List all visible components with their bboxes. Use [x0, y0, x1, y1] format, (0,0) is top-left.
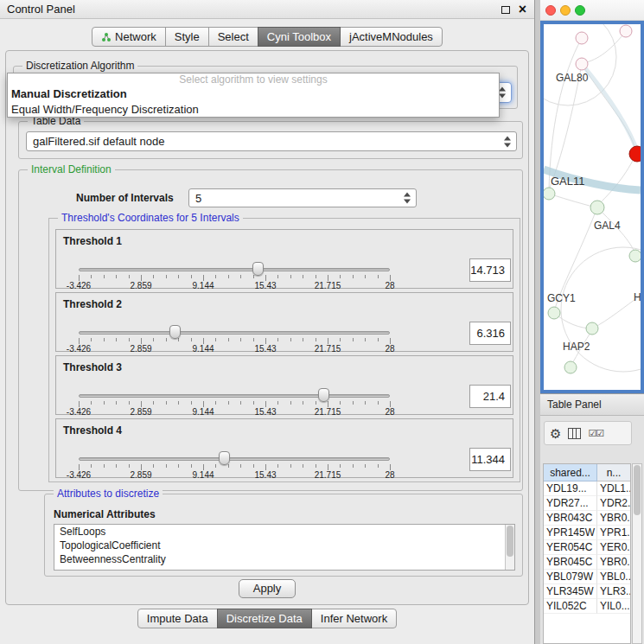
network-node[interactable]: [576, 32, 588, 44]
slider-thumb[interactable]: [219, 451, 230, 465]
column-header-name[interactable]: n...: [597, 464, 630, 481]
interval-definition-group: Interval Definition Number of Intervals …: [18, 169, 523, 491]
table-row[interactable]: YBL079W YBL0...: [544, 570, 630, 584]
tab-discretize-data[interactable]: Discretize Data: [217, 609, 312, 628]
tab-impute-data[interactable]: Impute Data: [137, 609, 218, 628]
dropdown-item-equal-width-frequency[interactable]: Equal Width/Frequency Discretization: [8, 101, 499, 117]
threshold-value-field[interactable]: 21.4: [469, 385, 511, 408]
network-node-selected-red[interactable]: [629, 146, 641, 162]
tab-label: Cyni Toolbox: [267, 30, 331, 43]
attributes-group: Attributes to discretize Numerical Attri…: [44, 494, 523, 577]
threshold-slider[interactable]: -3.426 2.859 9.144 15.43 21.715 28: [79, 419, 390, 479]
threshold-slider[interactable]: -3.426 2.859 9.144 15.43 21.715 28: [79, 356, 390, 416]
node-label: GAL11: [551, 175, 585, 188]
group-title: Threshold's Coordinates for 5 Intervals: [58, 212, 243, 224]
combo-stepper-icon[interactable]: [504, 136, 511, 147]
slider-scale: -3.426 2.859 9.144 15.43 21.715 28: [79, 470, 390, 480]
group-title: Interval Definition: [28, 163, 115, 175]
slider-track[interactable]: [79, 394, 390, 398]
scrollbar-thumb[interactable]: [634, 465, 641, 515]
tab-label: Impute Data: [147, 612, 208, 625]
combo-stepper-icon[interactable]: [499, 87, 506, 99]
tab-select[interactable]: Select: [208, 27, 258, 47]
select-columns-icon[interactable]: ☑☑: [588, 428, 603, 439]
table-panel-titlebar: Table Panel: [540, 394, 644, 416]
traffic-minimize-button[interactable]: [560, 5, 571, 16]
network-node[interactable]: [586, 322, 598, 335]
network-icon: [101, 32, 112, 42]
slider-track[interactable]: [79, 268, 390, 271]
node-label: HAP2: [563, 341, 590, 353]
network-node[interactable]: [544, 188, 555, 200]
threshold-value-field[interactable]: 6.316: [469, 322, 511, 345]
network-canvas[interactable]: GAL80 GAL11 GAL4 GCY1 HAP2 H: [544, 24, 641, 390]
slider-scale: -3.426 2.859 9.144 15.43 21.715 28: [79, 281, 390, 290]
attributes-list[interactable]: SelfLoops TopologicalCoefficient Between…: [54, 524, 515, 571]
threshold-value-field[interactable]: 14.713: [469, 258, 511, 282]
dropdown-item-manual-discretization[interactable]: Manual Discretization: [8, 86, 499, 101]
traffic-close-button[interactable]: [545, 5, 556, 16]
tab-jactivemodules[interactable]: jActiveMNodules: [340, 27, 443, 47]
slider-track[interactable]: [79, 457, 390, 461]
tab-cyni-toolbox[interactable]: Cyni Toolbox: [258, 27, 341, 47]
list-item[interactable]: TopologicalCoefficient: [54, 539, 514, 552]
network-node[interactable]: [629, 250, 641, 262]
threshold-slider[interactable]: -3.426 2.859 9.144 15.43 21.715 28: [79, 230, 390, 290]
network-node[interactable]: [548, 307, 560, 319]
slider-scale: -3.426 2.859 9.144 15.43 21.715 28: [79, 344, 390, 354]
table-row[interactable]: YDL19... YDL1...: [544, 481, 630, 496]
table-header-row: shared... n...: [544, 464, 630, 481]
network-node[interactable]: [564, 361, 577, 373]
slider-thumb[interactable]: [318, 388, 329, 402]
node-label: H: [634, 291, 641, 303]
table-row[interactable]: YIL052C YIL0...: [544, 599, 630, 614]
tab-infer-network[interactable]: Infer Network: [311, 609, 397, 628]
tab-network[interactable]: Network: [92, 27, 166, 47]
list-item[interactable]: BetweennessCentrality: [54, 552, 514, 566]
gear-icon[interactable]: ⚙: [550, 427, 561, 440]
column-header-shared-name[interactable]: shared...: [544, 464, 597, 481]
scrollbar-thumb[interactable]: [507, 526, 513, 557]
threshold-value-field[interactable]: 11.344: [469, 448, 511, 471]
list-scrollbar[interactable]: [505, 525, 514, 570]
table-row[interactable]: YER054C YER0...: [544, 540, 630, 555]
list-item[interactable]: SelfLoops: [54, 525, 514, 539]
slider-thumb[interactable]: [169, 325, 181, 339]
threshold-panel-2: Threshold 2 -3.426 2.859 9.144 15.43 21.…: [55, 292, 513, 352]
network-node[interactable]: [590, 201, 604, 214]
combo-value: 5: [189, 189, 416, 207]
node-table: shared... n... YDL19... YDL1... YDR27...…: [543, 463, 631, 644]
apply-button[interactable]: Apply: [239, 579, 296, 598]
table-row[interactable]: YDR27... YDR2...: [544, 496, 630, 511]
close-icon[interactable]: ×: [519, 3, 526, 16]
tab-label: Style: [175, 30, 200, 43]
columns-icon[interactable]: [568, 428, 581, 439]
number-of-intervals-combobox[interactable]: 5: [188, 188, 417, 207]
control-panel-window: Control Panel × Network Style Select: [0, 0, 535, 644]
threshold-slider[interactable]: -3.426 2.859 9.144 15.43 21.715 28: [79, 293, 390, 353]
slider-thumb[interactable]: [252, 262, 264, 276]
network-node[interactable]: [620, 25, 632, 37]
tab-label: jActiveMNodules: [349, 30, 433, 43]
table-row[interactable]: YBR043C YBR0...: [544, 511, 630, 526]
combo-stepper-icon[interactable]: [404, 193, 411, 204]
table-row[interactable]: YPR145W YPR1...: [544, 526, 630, 540]
node-label: GAL4: [594, 220, 621, 232]
slider-track[interactable]: [79, 331, 390, 335]
table-panel-toolbar: ⚙ ☑☑: [544, 421, 632, 445]
table-row[interactable]: YBR045C YBR0...: [544, 555, 630, 570]
bottom-tab-bar: Impute Data Discretize Data Infer Networ…: [0, 609, 534, 628]
control-panel-titlebar: Control Panel ×: [0, 0, 534, 19]
table-scrollbar[interactable]: [632, 463, 642, 644]
group-title: Discretization Algorithm: [22, 60, 137, 72]
table-panel-window: Table Panel ⚙ ☑☑ shared... n... YDL19...…: [540, 393, 644, 644]
numerical-attributes-label: Numerical Attributes: [54, 508, 156, 520]
traffic-zoom-button[interactable]: [575, 5, 585, 16]
network-window-titlebar: [540, 0, 644, 21]
table-data-combobox[interactable]: galFiltered.sif default node: [26, 131, 517, 151]
network-node[interactable]: [576, 58, 588, 70]
tab-style[interactable]: Style: [165, 27, 209, 47]
table-row[interactable]: YLR345W YLR3...: [544, 584, 630, 599]
float-window-icon[interactable]: [501, 6, 510, 14]
table-data-group: Table Data galFiltered.sif default node: [18, 121, 523, 159]
